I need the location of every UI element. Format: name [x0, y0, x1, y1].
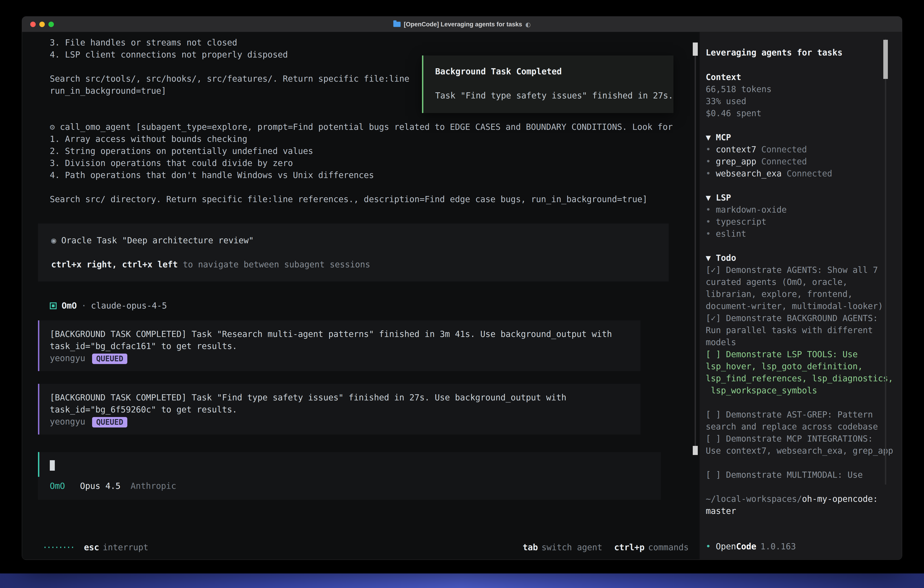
terminal-pane: 3. File handles or streams not closed 4.… — [22, 32, 700, 559]
mcp-section-header[interactable]: ▼ MCP — [706, 131, 895, 144]
status-bar-right: tabswitch agent ctrl+pcommands — [523, 542, 689, 553]
message-meta: yeongyuQUEUED — [50, 352, 640, 364]
todo-item: [ ] Demonstrate MCP INTEGRATIONS: Use co… — [706, 433, 895, 457]
text-cursor — [50, 460, 55, 471]
message-line: [BACKGROUND TASK COMPLETED] Task "Find t… — [50, 391, 640, 404]
workspace-path: ~/local-workspaces/oh-my-opencode: maste… — [706, 493, 895, 517]
window-title-group: [OpenCode] Leveraging agents for tasks ◐ — [393, 21, 531, 28]
lsp-item: •eslint — [706, 228, 895, 240]
model-info-row: OmO Opus 4.5 Anthropic — [38, 477, 661, 500]
interrupt-label: interrupt — [103, 542, 148, 553]
agent-name: OmO — [62, 300, 77, 312]
zoom-window-button[interactable] — [48, 21, 54, 27]
prompt-input[interactable] — [38, 452, 661, 477]
terminal-line: Search src/ directory. Return specific f… — [38, 193, 700, 205]
tool-call-text: call_omo_agent [subagent_type=explore, p… — [60, 122, 673, 132]
mcp-item-status: Connected — [761, 145, 807, 154]
workspace-repo: oh-my-opencode: — [802, 494, 878, 504]
brand-name-bold: Code — [736, 542, 756, 552]
desktop-wallpaper-strip — [0, 573, 924, 588]
context-heading: Context — [706, 71, 895, 83]
bullet-icon: • — [706, 229, 711, 239]
context-used: 33% used — [706, 95, 895, 107]
commands-label: commands — [648, 543, 689, 552]
shortcut-description: to navigate between subagent sessions — [178, 260, 370, 269]
window-title: [OpenCode] Leveraging agents for tasks — [404, 21, 522, 28]
subagent-navigation-hint: ctrl+x right, ctrl+x left to navigate be… — [51, 259, 669, 271]
status-bar: ········ esc interrupt tabswitch agent c… — [43, 542, 689, 553]
separator-dot: · — [81, 300, 86, 312]
notification-title: Background Task Completed — [435, 66, 673, 78]
message-line: [BACKGROUND TASK COMPLETED] Task "Resear… — [50, 328, 640, 340]
prompt-list-line: 1. Array access without bounds checking — [38, 133, 700, 145]
esc-key-hint: esc — [84, 542, 99, 553]
workspace-path-prefix: ~/local-workspaces/ — [706, 494, 802, 504]
minimize-window-button[interactable] — [40, 21, 45, 27]
message-meta: yeongyuQUEUED — [50, 416, 640, 428]
traffic-lights — [22, 21, 54, 27]
bullet-icon: • — [706, 169, 711, 178]
todo-section-header[interactable]: ▼ Todo — [706, 252, 895, 264]
agent-model: claude-opus-4-5 — [91, 300, 167, 312]
message-line: task_id="bg_6f59260c" to get results. — [50, 404, 640, 416]
prompt-input-box: OmO Opus 4.5 Anthropic — [38, 452, 661, 500]
active-model-label: Opus 4.5 — [80, 481, 120, 491]
ctrlp-hint-group: ctrl+pcommands — [614, 542, 689, 553]
todo-item: [✓] Demonstrate BACKGROUND AGENTS: Run p… — [706, 312, 895, 349]
sidebar-scrollbar-thumb[interactable] — [883, 40, 888, 79]
todo-item: [ ] Demonstrate MULTIMODAL: Use — [706, 469, 895, 481]
provider-label: Anthropic — [131, 481, 176, 491]
switch-agent-label: switch agent — [541, 543, 602, 552]
message-line: task_id="bg_dcfac161" to get results. — [50, 340, 640, 352]
tool-call-line: ⚙ call_omo_agent [subagent_type=explore,… — [38, 121, 700, 133]
notification-body: Task "Find type safety issues" finished … — [435, 89, 673, 102]
lsp-section-header[interactable]: ▼ LSP — [706, 192, 895, 204]
mcp-item-status: Connected — [787, 169, 832, 178]
context-spent: $0.46 spent — [706, 107, 895, 119]
todo-item: [✓] Demonstrate AGENTS: Show all 7 curat… — [706, 264, 895, 312]
lsp-item: •typescript — [706, 216, 895, 228]
notification-toast: Background Task Completed Task "Find typ… — [422, 56, 673, 113]
background-task-message: [BACKGROUND TASK COMPLETED] Task "Find t… — [38, 384, 640, 434]
agent-header: OmO · claude-opus-4-5 — [38, 300, 700, 312]
spinner-dots: ········ — [43, 542, 74, 553]
oracle-task-title: Oracle Task "Deep architecture review" — [61, 236, 254, 245]
context-section: Context 66,518 tokens 33% used $0.46 spe… — [706, 71, 895, 119]
app-version-row: •OpenCode1.0.163 — [706, 540, 796, 553]
prompt-list-line: 4. Path operations that don't handle Win… — [38, 169, 700, 181]
main-scrollbar-thumb-top[interactable] — [693, 43, 698, 56]
sidebar-pane: Leveraging agents for tasks Context 66,5… — [700, 32, 902, 559]
bullet-icon: • — [706, 157, 711, 167]
terminal-line: 3. File handles or streams not closed — [38, 36, 700, 49]
lsp-item: •markdown-oxide — [706, 204, 895, 216]
mcp-item-status: Connected — [761, 157, 807, 167]
folder-icon — [393, 21, 401, 27]
sidebar-scrollbar[interactable] — [883, 39, 888, 484]
bullet-icon: • — [706, 542, 711, 552]
oracle-panel-title-row: ◉ Oracle Task "Deep architecture review" — [51, 235, 669, 246]
workspace-branch: master — [706, 506, 736, 516]
mcp-item: •context7Connected — [706, 144, 895, 155]
background-task-message: [BACKGROUND TASK COMPLETED] Task "Resear… — [38, 320, 640, 371]
main-scrollbar[interactable] — [693, 43, 698, 455]
todo-item: [ ] Demonstrate LSP TOOLS: Use lsp_hover… — [706, 349, 895, 396]
queued-badge: QUEUED — [92, 353, 127, 364]
mcp-item-name: websearch_exa — [716, 169, 782, 178]
lsp-item-name: eslint — [716, 229, 746, 239]
bullet-icon: • — [706, 145, 711, 154]
agent-square-icon — [50, 302, 57, 309]
mcp-item: •grep_appConnected — [706, 155, 895, 168]
oracle-icon: ◉ — [51, 236, 56, 245]
context-tokens: 66,518 tokens — [706, 83, 895, 95]
todo-item: [ ] Demonstrate AST-GREP: Pattern search… — [706, 409, 895, 433]
active-agent-label: OmO — [50, 481, 65, 491]
mcp-item: •websearch_exaConnected — [706, 168, 895, 180]
oracle-task-panel: ◉ Oracle Task "Deep architecture review"… — [38, 223, 669, 281]
tab-key-hint: tab — [523, 543, 538, 552]
bullet-icon: • — [706, 205, 711, 215]
prompt-list-line: 2. String operations on potentially unde… — [38, 145, 700, 157]
session-title: Leveraging agents for tasks — [706, 46, 895, 59]
close-window-button[interactable] — [30, 21, 36, 27]
window-titlebar[interactable]: [OpenCode] Leveraging agents for tasks ◐ — [22, 17, 902, 32]
main-scrollbar-thumb-bottom[interactable] — [693, 446, 698, 455]
